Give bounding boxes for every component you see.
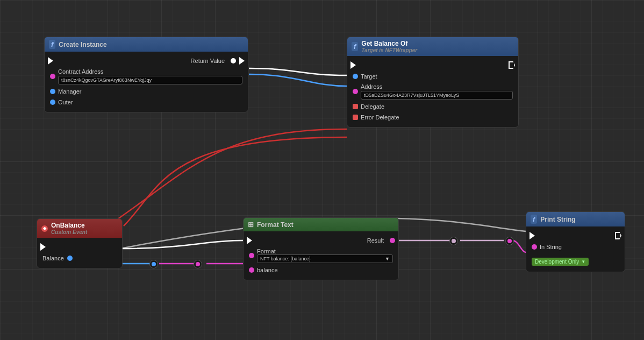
balance-pin-row: balance [244,265,398,275]
balance-label: Balance [42,255,64,261]
format-pin [249,253,254,258]
target-label: Target [361,73,377,80]
delegate-row: Delegate [347,101,518,112]
address-input[interactable] [361,91,513,100]
onbalance-exec-row [37,241,122,253]
delegate-pin [353,104,358,109]
format-text-exec-row: Result [244,235,398,246]
reroute-node-1 [149,260,158,268]
print-exec-in [529,232,535,239]
print-exec-row [526,230,625,242]
node-print-string: f Print String In String Development Onl… [526,211,625,272]
result-label: Result [367,237,384,244]
delegate-label: Delegate [361,103,384,110]
manager-pin [50,89,55,94]
format-label: Format [257,248,393,254]
return-value-pin [231,58,236,63]
contract-address-pin [50,74,55,79]
reroute-node-4 [505,237,514,245]
balance-pin-label: balance [257,267,278,273]
exec-out-hollow [509,61,515,69]
get-balance-title: Get Balance Of [361,40,417,47]
node-format-text: ⊞ Format Text Result Format NFT balance:… [243,217,399,280]
reroute-dot-1 [152,262,156,266]
onbalance-subtitle: Custom Event [51,229,87,235]
function-icon: f [49,40,55,49]
in-string-row: In String [526,242,625,252]
in-string-label: In String [540,244,562,250]
exec-out-pin [40,243,46,251]
onbalance-title: OnBalance [51,222,87,229]
balance-pin [67,256,73,261]
format-exec-in [247,237,252,244]
development-label: Development Only [535,259,579,265]
development-badge: Development Only [532,258,589,266]
outer-row: Outer [45,97,248,108]
target-pin [353,74,358,79]
get-balance-exec-row [347,59,518,71]
node-create-instance: f Create Instance Return Value Contract … [44,37,248,112]
outer-label: Outer [58,99,73,105]
onbalance-header: ◆ OnBalance Custom Event [37,219,122,238]
contract-address-input[interactable] [58,76,242,84]
get-balance-header: f Get Balance Of Target is NFTWrapper [347,37,518,56]
result-pin [390,238,395,243]
manager-row: Manager [45,86,248,97]
node-get-balance: f Get Balance Of Target is NFTWrapper Ta… [347,37,519,128]
reroute-dot-2 [196,262,200,266]
event-icon: ◆ [41,225,48,232]
balance-input-pin [249,267,254,273]
create-instance-header: f Create Instance [45,37,248,52]
format-text-header: ⊞ Format Text [244,218,398,231]
address-label: Address [361,83,513,90]
print-string-header: f Print String [526,212,625,226]
create-instance-title: Create Instance [59,41,106,48]
reroute-dot-3 [452,239,456,243]
print-string-title: Print String [540,216,575,223]
dropdown-chevron-icon: ▼ [385,256,390,261]
address-pin [353,89,358,94]
contract-address-row: Contract Address [45,67,248,86]
format-text-icon: ⊞ [248,221,254,229]
get-balance-subtitle: Target is NFTWrapper [361,47,417,53]
exec-in-pin [350,61,356,69]
reroute-node-2 [194,260,202,268]
format-value: NFT balance: {balance} [260,256,311,261]
function-icon-2: f [352,42,358,51]
error-delegate-row: Error Delegate [347,112,518,123]
balance-row: Balance [37,253,122,264]
development-row: Development Only [526,252,625,267]
address-row: Address [347,82,518,101]
error-delegate-label: Error Delegate [361,114,399,121]
manager-label: Manager [58,88,81,95]
exec-pin-out [239,57,245,65]
exec-pin-in [48,57,53,65]
format-row: Format NFT balance: {balance} ▼ [244,246,398,265]
target-row: Target [347,71,518,82]
contract-address-label: Contract Address [58,68,242,75]
node-onbalance: ◆ OnBalance Custom Event Balance [37,218,123,268]
print-exec-out [615,232,621,239]
return-value-label: Return Value [191,58,225,64]
format-dropdown[interactable]: NFT balance: {balance} ▼ [257,254,393,263]
exec-row-in: Return Value [45,55,248,67]
function-icon-3: f [531,215,537,224]
reroute-node-3 [449,237,458,245]
error-delegate-pin [353,115,358,120]
in-string-pin [532,244,537,250]
outer-pin [50,100,55,105]
reroute-dot-4 [507,239,512,243]
format-text-title: Format Text [257,221,294,229]
